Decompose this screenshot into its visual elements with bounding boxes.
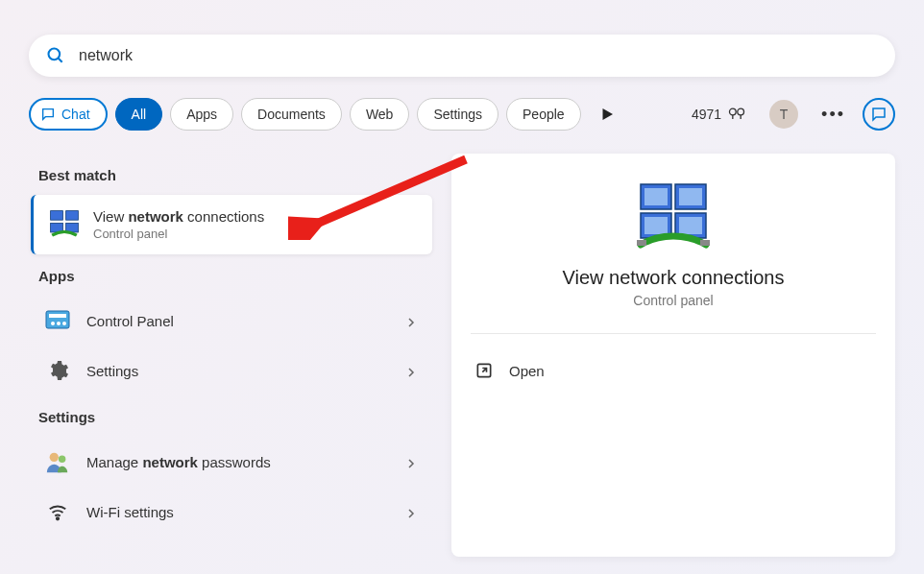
search-icon (46, 46, 65, 65)
svg-point-0 (49, 49, 61, 60)
setting-result-manage-passwords[interactable]: Manage network passwords (29, 437, 432, 487)
svg-point-13 (50, 453, 59, 462)
apps-header: Apps (38, 268, 432, 284)
svg-rect-23 (679, 217, 702, 234)
svg-point-3 (738, 108, 744, 115)
svg-rect-8 (46, 311, 69, 328)
svg-rect-22 (644, 217, 668, 234)
app-result-settings[interactable]: Settings (29, 346, 432, 395)
web-filter-pill[interactable]: Web (350, 98, 410, 131)
svg-rect-24 (637, 240, 646, 246)
rewards-points[interactable]: 4971 (692, 107, 746, 122)
best-match-header: Best match (38, 167, 432, 183)
network-connections-large-icon (635, 182, 712, 250)
chevron-right-icon (405, 456, 417, 467)
all-filter-pill[interactable]: All (115, 98, 163, 131)
app-result-control-panel[interactable]: Control Panel (29, 296, 432, 346)
svg-rect-20 (644, 188, 668, 205)
users-icon (44, 448, 71, 475)
svg-point-15 (57, 517, 59, 519)
best-match-text: View network connections Control panel (93, 208, 264, 241)
svg-rect-25 (700, 240, 710, 246)
search-input[interactable] (79, 47, 878, 64)
settings-filter-pill[interactable]: Settings (417, 98, 498, 131)
svg-rect-5 (66, 211, 79, 221)
best-match-result[interactable]: View network connections Control panel (31, 195, 432, 254)
chevron-right-icon (405, 506, 417, 517)
svg-point-2 (730, 108, 737, 115)
bing-chat-icon[interactable] (863, 98, 895, 131)
network-connections-icon (49, 209, 80, 240)
more-icon[interactable]: ••• (821, 105, 845, 125)
chat-label: Chat (61, 107, 90, 122)
settings-header: Settings (38, 409, 432, 425)
documents-filter-pill[interactable]: Documents (241, 98, 342, 131)
people-filter-pill[interactable]: People (506, 98, 581, 131)
open-action[interactable]: Open (471, 353, 876, 388)
open-icon (474, 361, 494, 380)
svg-point-12 (62, 322, 66, 325)
chevron-right-icon (405, 315, 417, 326)
setting-result-wifi[interactable]: Wi-Fi settings (29, 487, 432, 537)
svg-rect-4 (51, 211, 63, 221)
control-panel-icon (44, 307, 71, 334)
svg-point-11 (57, 322, 61, 325)
chevron-right-icon (405, 365, 417, 376)
svg-point-10 (51, 322, 55, 325)
user-avatar[interactable]: T (769, 100, 798, 129)
gear-icon (44, 357, 71, 384)
svg-point-14 (59, 456, 65, 463)
search-bar[interactable] (29, 35, 895, 77)
svg-rect-9 (49, 314, 66, 318)
wifi-icon (44, 498, 71, 525)
filter-row: Chat All Apps Documents Web Settings Peo… (29, 96, 895, 132)
svg-line-1 (59, 59, 62, 62)
detail-subtitle: Control panel (633, 293, 713, 308)
detail-panel: View network connections Control panel O… (451, 154, 895, 557)
play-icon[interactable] (598, 106, 616, 123)
apps-filter-pill[interactable]: Apps (170, 98, 233, 131)
divider (471, 333, 876, 334)
detail-title: View network connections (563, 267, 785, 289)
svg-rect-21 (679, 188, 702, 205)
results-column: Best match View network connections Cont… (29, 154, 432, 537)
chat-filter-pill[interactable]: Chat (29, 98, 108, 131)
